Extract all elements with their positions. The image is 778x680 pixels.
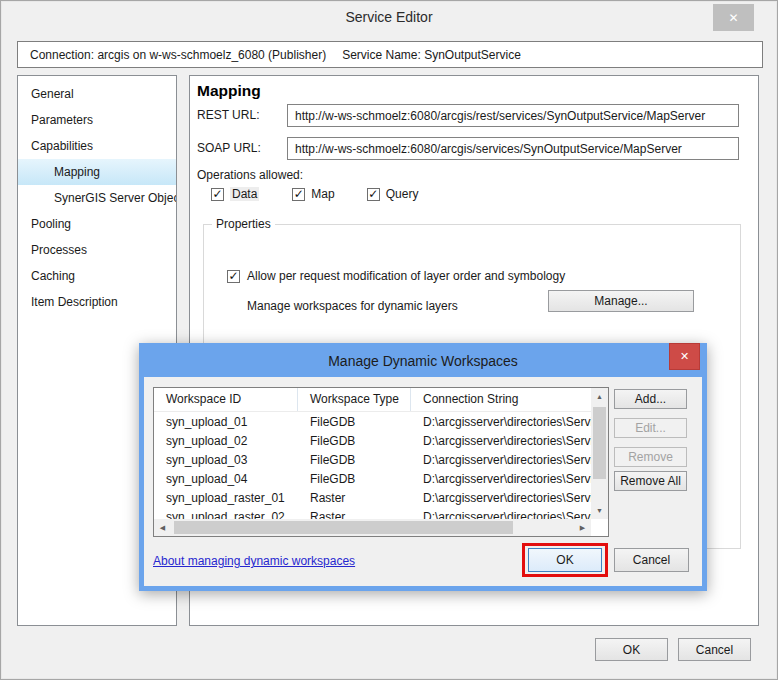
operations-allowed-label: Operations allowed:	[197, 168, 303, 182]
vertical-scroll-thumb[interactable]	[593, 407, 606, 479]
cell-connection-string: D:\arcgisserver\directories\ServiceD	[411, 451, 591, 470]
rest-url-label: REST URL:	[197, 104, 259, 127]
cell-workspace-id: syn_upload_02	[154, 432, 298, 451]
manage-button[interactable]: Manage...	[548, 290, 694, 312]
remove-all-button[interactable]: Remove All	[614, 471, 687, 491]
dialog-ok-button[interactable]: OK	[528, 548, 602, 572]
window-title: Service Editor	[345, 1, 432, 33]
soap-url-input[interactable]	[287, 137, 739, 160]
checkbox-query[interactable]: ✓ Query	[367, 187, 419, 201]
horizontal-scroll-thumb[interactable]	[174, 521, 513, 534]
column-header-workspace-type[interactable]: Workspace Type	[298, 388, 411, 411]
cancel-button[interactable]: Cancel	[678, 638, 751, 661]
workspace-rows: syn_upload_01 FileGDB D:\arcgisserver\di…	[154, 413, 591, 519]
about-dynamic-workspaces-link[interactable]: About managing dynamic workspaces	[153, 554, 355, 568]
vertical-scrollbar[interactable]: ▲ ▼	[591, 388, 608, 519]
checkbox-map[interactable]: ✓ Map	[292, 187, 334, 201]
allow-modification-row: ✓ Allow per request modification of laye…	[227, 269, 565, 283]
scroll-up-icon[interactable]: ▲	[591, 388, 608, 405]
cell-workspace-type: FileGDB	[298, 413, 411, 432]
cell-workspace-type: FileGDB	[298, 432, 411, 451]
checkbox-data[interactable]: ✓ Data	[211, 187, 259, 201]
cell-workspace-id: syn_upload_raster_01	[154, 489, 298, 508]
add-button[interactable]: Add...	[614, 389, 687, 409]
remove-button[interactable]: Remove	[614, 447, 687, 467]
cell-connection-string: D:\arcgisserver\directories\ServiceD	[411, 470, 591, 489]
connection-bar: Connection: arcgis on w-ws-schmoelz_6080…	[17, 41, 763, 68]
cell-workspace-id: syn_upload_raster_02	[154, 508, 298, 519]
workspace-list: Workspace ID Workspace Type Connection S…	[153, 387, 609, 537]
operations-row: ✓ Data ✓ Map ✓ Query	[211, 187, 418, 201]
soap-url-label: SOAP URL:	[197, 137, 261, 160]
sidebar-item-pooling[interactable]: Pooling	[18, 211, 176, 237]
dialog-cancel-button[interactable]: Cancel	[614, 548, 689, 572]
dialog-titlebar: Manage Dynamic Workspaces	[144, 348, 702, 377]
cell-workspace-type: FileGDB	[298, 470, 411, 489]
allow-modification-label: Allow per request modification of layer …	[247, 269, 565, 283]
dialog-title: Manage Dynamic Workspaces	[328, 353, 518, 369]
column-header-workspace-id[interactable]: Workspace ID	[154, 388, 298, 411]
cell-workspace-type: Raster	[298, 508, 411, 519]
red-highlight-annotation: OK	[522, 543, 608, 577]
edit-button[interactable]: Edit...	[614, 418, 687, 438]
cell-connection-string: D:\arcgisserver\directories\ServiceD	[411, 489, 591, 508]
sidebar-item-capabilities[interactable]: Capabilities	[18, 133, 176, 159]
table-row[interactable]: syn_upload_04 FileGDB D:\arcgisserver\di…	[154, 470, 591, 489]
horizontal-scrollbar[interactable]: ◀ ▶	[154, 519, 591, 536]
checkbox-query-label: Query	[386, 187, 419, 201]
sidebar-item-parameters[interactable]: Parameters	[18, 107, 176, 133]
cell-workspace-type: Raster	[298, 489, 411, 508]
dialog-close-button[interactable]: ✕	[669, 343, 700, 370]
cell-workspace-id: syn_upload_03	[154, 451, 298, 470]
service-name-label: Service Name: SynOutputService	[342, 48, 521, 62]
scroll-left-icon[interactable]: ◀	[154, 519, 171, 536]
sidebar-item-item-description[interactable]: Item Description	[18, 289, 176, 315]
cell-workspace-id: syn_upload_01	[154, 413, 298, 432]
checkbox-checked-icon[interactable]: ✓	[292, 188, 305, 201]
workspace-list-header: Workspace ID Workspace Type Connection S…	[154, 388, 591, 412]
table-row[interactable]: syn_upload_03 FileGDB D:\arcgisserver\di…	[154, 451, 591, 470]
sidebar-item-synergis-server-object[interactable]: SynerGIS Server Object E	[18, 185, 176, 211]
cell-connection-string: D:\arcgisserver\directories\ServiceD	[411, 432, 591, 451]
checkbox-data-label: Data	[230, 187, 259, 201]
manage-dynamic-workspaces-dialog: Manage Dynamic Workspaces ✕ Workspace ID…	[139, 343, 707, 591]
window-close-button[interactable]: ✕	[713, 4, 754, 31]
cell-connection-string: D:\arcgisserver\directories\ServiceD	[411, 413, 591, 432]
close-icon: ✕	[680, 350, 689, 363]
column-header-connection-string[interactable]: Connection String	[411, 388, 591, 411]
cell-workspace-type: FileGDB	[298, 451, 411, 470]
connection-label: Connection: arcgis on w-ws-schmoelz_6080…	[30, 48, 326, 62]
properties-legend: Properties	[212, 217, 275, 231]
cell-connection-string: D:\arcgisserver\directories\ServiceD	[411, 508, 591, 519]
table-row[interactable]: syn_upload_01 FileGDB D:\arcgisserver\di…	[154, 413, 591, 432]
ok-button[interactable]: OK	[595, 638, 668, 661]
sidebar-item-caching[interactable]: Caching	[18, 263, 176, 289]
close-icon: ✕	[728, 11, 738, 25]
scroll-right-icon[interactable]: ▶	[574, 519, 591, 536]
sidebar-item-general[interactable]: General	[18, 81, 176, 107]
page-title: Mapping	[197, 82, 261, 100]
scroll-down-icon[interactable]: ▼	[591, 502, 608, 519]
service-editor-window: Service Editor ✕ Connection: arcgis on w…	[0, 0, 778, 680]
table-row[interactable]: syn_upload_raster_02 Raster D:\arcgisser…	[154, 508, 591, 519]
table-row[interactable]: syn_upload_raster_01 Raster D:\arcgisser…	[154, 489, 591, 508]
checkbox-checked-icon[interactable]: ✓	[367, 188, 380, 201]
sidebar-item-mapping[interactable]: Mapping	[18, 159, 176, 185]
checkbox-checked-icon[interactable]: ✓	[227, 270, 240, 283]
table-row[interactable]: syn_upload_02 FileGDB D:\arcgisserver\di…	[154, 432, 591, 451]
manage-workspaces-label: Manage workspaces for dynamic layers	[247, 295, 458, 317]
cell-workspace-id: syn_upload_04	[154, 470, 298, 489]
checkbox-map-label: Map	[311, 187, 334, 201]
checkbox-checked-icon[interactable]: ✓	[211, 188, 224, 201]
window-titlebar: Service Editor ✕	[1, 1, 777, 35]
sidebar-item-processes[interactable]: Processes	[18, 237, 176, 263]
rest-url-input[interactable]	[287, 104, 739, 127]
